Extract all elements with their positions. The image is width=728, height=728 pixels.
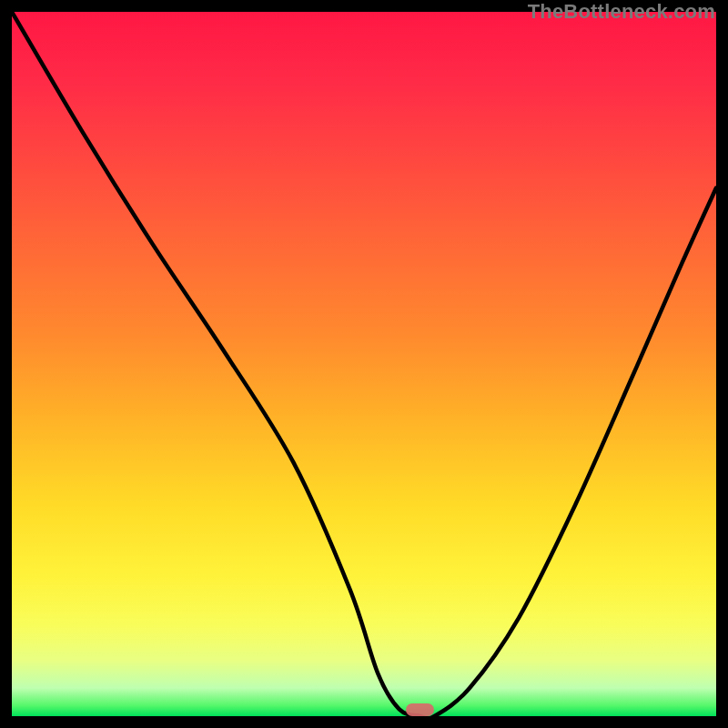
optimal-marker xyxy=(406,703,434,716)
chart-frame: TheBottleneck.com xyxy=(0,0,728,728)
bottleneck-curve xyxy=(12,12,716,716)
watermark-text: TheBottleneck.com xyxy=(528,0,715,24)
plot-area xyxy=(12,12,716,716)
